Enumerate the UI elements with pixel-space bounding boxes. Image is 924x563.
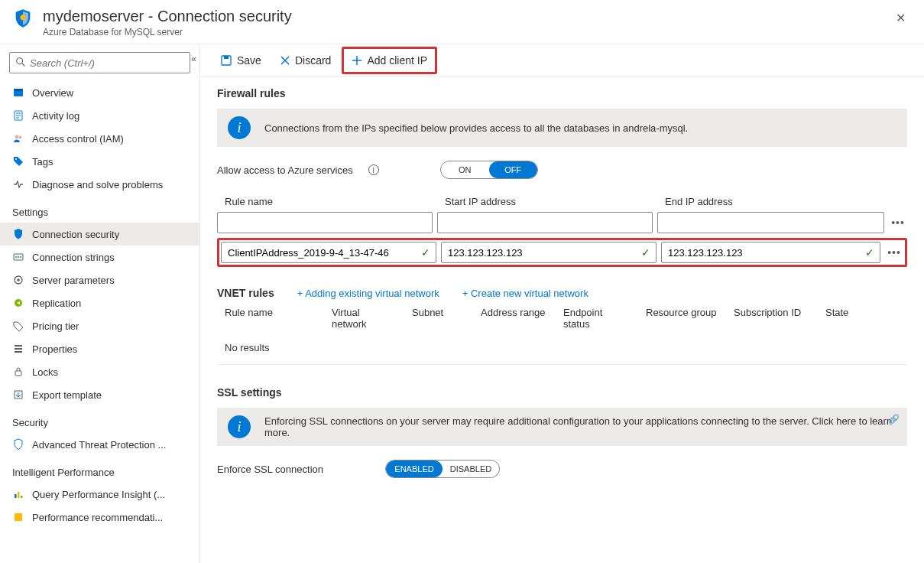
end-ip-input[interactable] (661, 242, 880, 263)
svg-point-17 (17, 278, 20, 282)
sidebar-section-settings: Settings (0, 196, 199, 223)
sidebar-item-advanced-threat[interactable]: Advanced Threat Protection ... (0, 433, 199, 456)
info-icon: i (228, 116, 251, 139)
ssl-info-banner: i Enforcing SSL connections on your serv… (217, 408, 907, 446)
command-bar: Save Discard Add client IP (200, 44, 924, 76)
end-ip-input[interactable] (657, 212, 884, 233)
sidebar: « Overview Activity log Access control (… (0, 44, 200, 563)
plus-icon (352, 55, 362, 66)
external-link-icon[interactable]: 🔗 (888, 414, 900, 425)
ssl-settings-title: SSL settings (217, 386, 907, 399)
help-icon[interactable]: i (368, 164, 379, 175)
properties-icon (12, 343, 24, 355)
firewall-row-client-ip: ✓ ✓ ✓ ••• (217, 238, 907, 267)
svg-rect-24 (15, 494, 17, 498)
svg-rect-25 (18, 492, 20, 498)
sidebar-item-overview[interactable]: Overview (0, 81, 199, 104)
allow-azure-toggle[interactable]: ON OFF (440, 161, 538, 179)
firewall-row-empty: ••• (217, 212, 907, 233)
svg-point-10 (19, 136, 22, 139)
svg-rect-27 (15, 513, 22, 521)
svg-point-0 (21, 15, 26, 20)
sidebar-item-diagnose[interactable]: Diagnose and solve problems (0, 173, 199, 196)
svg-point-15 (20, 256, 21, 258)
main-content: Save Discard Add client IP Firewall rule… (200, 44, 924, 563)
start-ip-input[interactable] (437, 212, 653, 233)
sidebar-item-properties[interactable]: Properties (0, 337, 199, 360)
sidebar-item-perf-recommend[interactable]: Performance recommendati... (0, 506, 199, 529)
sidebar-item-access-control[interactable]: Access control (IAM) (0, 127, 199, 150)
page-subtitle: Azure Database for MySQL server (43, 27, 292, 37)
vnet-table-header: Rule name Virtual network Subnet Address… (217, 299, 907, 336)
sidebar-item-query-perf[interactable]: Query Performance Insight (... (0, 483, 199, 506)
svg-point-14 (18, 256, 19, 258)
sidebar-item-replication[interactable]: Replication (0, 291, 199, 314)
svg-point-11 (15, 158, 17, 160)
check-icon: ✓ (641, 246, 650, 259)
gear-icon (12, 274, 24, 286)
page-title: mydemoserver - Connection security (43, 8, 292, 25)
strings-icon (12, 251, 24, 263)
enforce-ssl-toggle[interactable]: ENABLED DISABLED (385, 460, 500, 478)
export-icon (12, 389, 24, 401)
sidebar-item-tags[interactable]: Tags (0, 150, 199, 173)
enforce-ssl-label: Enforce SSL connection (217, 464, 370, 475)
tag-icon (12, 155, 24, 168)
sidebar-item-export-template[interactable]: Export template (0, 383, 199, 406)
people-icon (12, 132, 24, 145)
sidebar-item-connection-strings[interactable]: Connection strings (0, 246, 199, 268)
rule-name-input[interactable] (221, 242, 436, 263)
svg-line-2 (22, 63, 25, 67)
shield-small-icon (12, 228, 24, 240)
firewall-info-banner: i Connections from the IPs specified bel… (217, 109, 907, 147)
add-existing-vnet-link[interactable]: + Adding existing virtual network (297, 288, 439, 299)
row-more-icon[interactable]: ••• (889, 216, 907, 229)
search-input[interactable] (9, 52, 190, 73)
discard-button[interactable]: Discard (272, 49, 339, 72)
shield-outline-icon (12, 438, 24, 451)
pricing-icon (12, 320, 24, 332)
info-icon: i (228, 415, 251, 438)
firewall-rules-title: Firewall rules (217, 87, 907, 99)
sidebar-section-intperf: Intelligent Performance (0, 456, 199, 483)
svg-point-13 (15, 256, 17, 258)
search-icon (15, 57, 26, 67)
rule-name-input[interactable] (217, 212, 433, 233)
check-icon: ✓ (421, 246, 430, 259)
recommend-icon (12, 511, 24, 523)
chart-icon (12, 488, 24, 500)
sidebar-item-connection-security[interactable]: Connection security (0, 223, 199, 246)
svg-point-1 (17, 58, 23, 64)
replication-icon (12, 297, 24, 309)
row-more-icon[interactable]: ••• (885, 246, 903, 259)
firewall-table-header: Rule name Start IP address End IP addres… (217, 196, 907, 212)
diagnose-icon (12, 178, 24, 190)
svg-point-9 (15, 135, 18, 138)
create-new-vnet-link[interactable]: + Create new virtual network (462, 288, 588, 299)
title-bar: mydemoserver - Connection security Azure… (0, 0, 924, 44)
shield-icon (12, 8, 34, 29)
overview-icon (12, 86, 24, 99)
check-icon: ✓ (865, 246, 874, 259)
vnet-rules-title: VNET rules (217, 287, 274, 299)
lock-icon (12, 366, 24, 378)
add-client-ip-button[interactable]: Add client IP (344, 49, 435, 72)
sidebar-item-server-parameters[interactable]: Server parameters (0, 268, 199, 291)
svg-rect-26 (21, 496, 23, 498)
vnet-no-results: No results (217, 336, 907, 365)
discard-icon (280, 55, 290, 66)
svg-rect-29 (224, 56, 229, 59)
save-button[interactable]: Save (212, 49, 269, 72)
collapse-sidebar-icon[interactable]: « (191, 54, 196, 64)
svg-rect-22 (15, 371, 21, 376)
sidebar-item-activity-log[interactable]: Activity log (0, 104, 199, 127)
sidebar-item-pricing-tier[interactable]: Pricing tier (0, 314, 199, 337)
close-button[interactable]: ✕ (890, 8, 912, 28)
allow-azure-label: Allow access to Azure services (217, 164, 353, 176)
sidebar-item-locks[interactable]: Locks (0, 360, 199, 383)
save-icon (220, 54, 232, 67)
start-ip-input[interactable] (441, 242, 657, 263)
sidebar-section-security: Security (0, 406, 199, 433)
log-icon (12, 109, 24, 122)
svg-rect-4 (14, 89, 23, 91)
